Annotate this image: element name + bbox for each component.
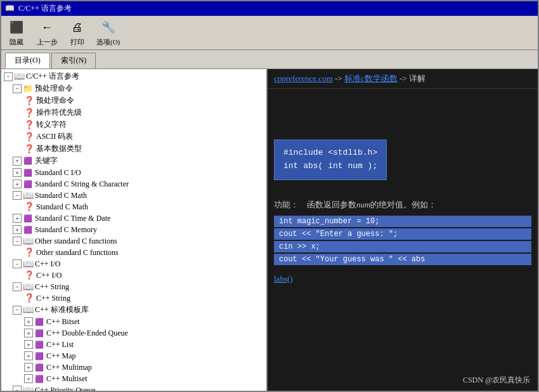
book-icon: 📖 (23, 259, 33, 269)
main-area: − 📖 C/C++ 语言参考 − 📁 预处理命令 ❓ 预处理命令 ❓ 操作符优先… (1, 69, 538, 391)
tree-item[interactable]: + 🟪 Standard C I/O (1, 167, 266, 178)
tree-item-label: 预处理命令 (35, 83, 73, 94)
tree-item[interactable]: ❓ 预处理命令 (1, 95, 266, 107)
expander-icon[interactable]: + (24, 329, 33, 337)
expander-icon[interactable]: − (13, 306, 22, 315)
tree-item[interactable]: − 📁 预处理命令 (1, 82, 266, 95)
tree-item[interactable]: + 🟪 C++ Multiset (1, 373, 266, 384)
tree-item-label: C++ String (35, 282, 69, 292)
diamond-icon: 🟪 (34, 351, 44, 361)
print-button[interactable]: 🖨 打印 (66, 18, 89, 47)
expander-icon[interactable]: − (13, 386, 22, 391)
tree-item[interactable]: ❓ ASCII 码表 (1, 131, 266, 143)
tree-item[interactable]: − 📖 C++ 标准模板库 (1, 304, 266, 316)
tree-item[interactable]: + 🟪 C++ Bitset (1, 316, 266, 327)
tree-item[interactable]: ❓ Standard C Math (1, 201, 266, 212)
tree-item-label: ASCII 码表 (36, 131, 73, 142)
expander-icon[interactable]: − (4, 72, 13, 81)
breadcrumb: cppreference.com -> 标准c数学函数 -> 详解 (268, 69, 538, 89)
tree-item[interactable]: + 🟪 C++ Double-Ended Queue (1, 327, 266, 339)
tab-index[interactable]: 索引(N) (51, 53, 96, 69)
diamond-icon: 🟪 (34, 362, 44, 372)
diamond-icon: 🟪 (34, 317, 44, 327)
tree-item[interactable]: + 🟪 Standard C Memory (1, 224, 266, 235)
tree-item[interactable]: ❓ 转义字符 (1, 119, 266, 131)
tree-item[interactable]: − 📖 C++ Priority Queue (1, 384, 266, 391)
tree-item-label: C++ 标准模板库 (35, 304, 89, 315)
tree-panel: − 📖 C/C++ 语言参考 − 📁 预处理命令 ❓ 预处理命令 ❓ 操作符优先… (1, 69, 268, 391)
tree-item-label: C++ Multiset (46, 374, 88, 384)
hide-button[interactable]: ⬛ 隐藏 (5, 18, 28, 47)
expander-icon[interactable]: − (13, 191, 22, 200)
expander-icon[interactable]: − (13, 84, 22, 93)
page-icon: ❓ (24, 144, 34, 154)
tree-item[interactable]: + 🟪 C++ Multimap (1, 362, 266, 373)
expander-icon[interactable]: + (24, 351, 33, 360)
watermark: CSDN @农民真快乐 (463, 375, 530, 386)
tree-item[interactable]: − 📖 Other standard C functions (1, 235, 266, 247)
tree-item[interactable]: + 🟪 Standard C String & Character (1, 178, 266, 190)
tree-item[interactable]: + 🟪 Standard C Time & Date (1, 212, 266, 224)
breadcrumb-end: 详解 (409, 74, 425, 83)
tree-item-label: Other standard C functions (36, 248, 119, 258)
titlebar: 📖 C/C++ 语言参考 (1, 1, 538, 16)
tree-item-label: Other standard C functions (35, 237, 117, 246)
code-highlight-block: int magic_number = 10; cout << "Enter a … (274, 216, 531, 265)
highlight-line: int magic_number = 10; (274, 216, 531, 227)
func-label: 功能： (274, 200, 307, 209)
tree-item[interactable]: − 📖 C++ I/O (1, 258, 266, 270)
tree-item[interactable]: ❓ 操作符优先级 (1, 107, 266, 119)
back-icon: ← (37, 18, 57, 36)
expander-icon[interactable]: + (24, 374, 33, 383)
expander-icon[interactable]: + (24, 340, 33, 349)
tab-toc[interactable]: 目录(O) (5, 53, 50, 69)
diamond-icon: 🟪 (23, 225, 33, 235)
tree-item[interactable]: + 🟪 C++ List (1, 339, 266, 350)
book-icon: 📖 (23, 305, 33, 315)
tree-item-label: C++ I/O (35, 259, 61, 269)
toolbar: ⬛ 隐藏 ← 上一步 🖨 打印 🔧 选项(O) (1, 16, 538, 50)
tree-item[interactable]: − 📖 C++ String (1, 281, 266, 292)
tree-item[interactable]: ❓ 基本数据类型 (1, 143, 266, 155)
breadcrumb-arrow: -> (333, 74, 344, 83)
highlight-line: cout << "Your guess was " << abs (274, 254, 531, 265)
tree-item[interactable]: ❓ Other standard C functions (1, 247, 266, 258)
labs-link[interactable]: labs() (274, 274, 293, 284)
tree-item[interactable]: ❓ C++ I/O (1, 270, 266, 281)
expander-icon[interactable]: + (13, 157, 22, 166)
tree-item-label: C++ Map (46, 351, 76, 361)
expander-icon[interactable]: + (13, 180, 22, 188)
page-icon: ❓ (24, 247, 34, 258)
expander-icon[interactable]: − (13, 237, 22, 245)
breadcrumb-mid-link[interactable]: 标准c数学函数 (344, 74, 398, 83)
tree-item[interactable]: + 🟪 关键字 (1, 155, 266, 167)
expander-icon[interactable]: − (13, 259, 22, 268)
options-button[interactable]: 🔧 选项(O) (96, 18, 120, 47)
book-icon: 📖 (23, 236, 33, 246)
hide-icon: ⬛ (6, 18, 27, 36)
tree-item[interactable]: − 📖 Standard C Math (1, 190, 266, 201)
expander-icon[interactable]: + (24, 317, 33, 326)
expander-icon[interactable]: + (13, 168, 22, 177)
tree-item-label: C++ Bitset (46, 317, 80, 327)
expander-icon[interactable]: + (13, 214, 22, 223)
breadcrumb-link[interactable]: cppreference.com (274, 74, 333, 83)
expander-icon[interactable]: + (24, 363, 33, 372)
page-icon: ❓ (24, 293, 34, 303)
tree-item-label: C++ List (46, 340, 74, 350)
book-icon: 📖 (14, 72, 24, 82)
tree-item[interactable]: ❓ C++ String (1, 292, 266, 304)
tree-item[interactable]: + 🟪 C++ Map (1, 350, 266, 362)
expander-icon[interactable]: + (13, 225, 22, 234)
function-description: 功能： 函数返回参数num的绝对值。例如： (274, 199, 531, 211)
diamond-icon: 🟪 (23, 167, 33, 178)
expander-icon[interactable]: − (13, 282, 22, 291)
page-icon: ❓ (24, 120, 34, 130)
diamond-icon: 🟪 (23, 156, 33, 166)
tabbar: 目录(O) 索引(N) (1, 50, 538, 69)
content-panel: cppreference.com -> 标准c数学函数 -> 详解 #inclu… (268, 69, 538, 391)
tree-item-label: 操作符优先级 (36, 107, 82, 118)
back-button[interactable]: ← 上一步 (36, 18, 58, 47)
tree-item[interactable]: − 📖 C/C++ 语言参考 (1, 70, 266, 82)
tree-item-label: 预处理命令 (36, 95, 74, 106)
